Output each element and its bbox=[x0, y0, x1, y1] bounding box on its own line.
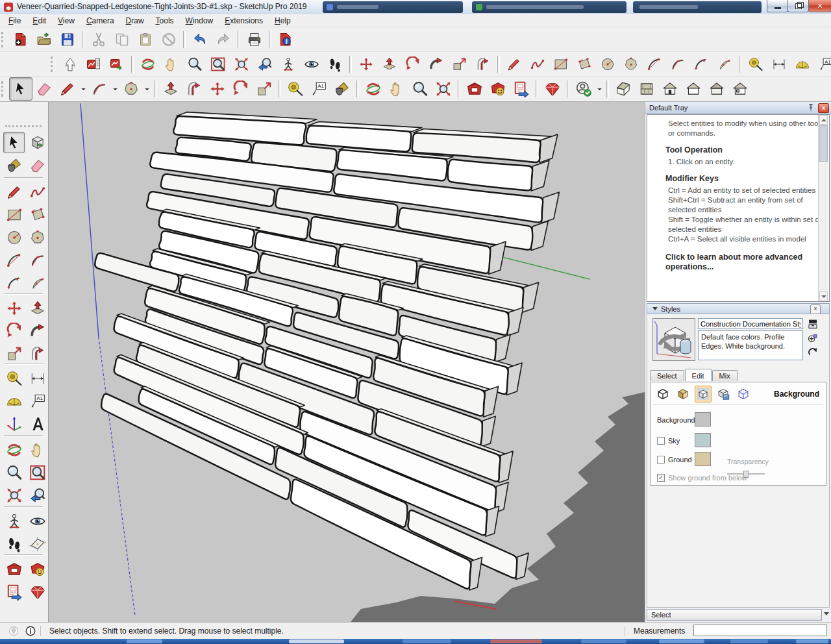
pushpull-button[interactable] bbox=[378, 53, 401, 75]
style-name-input[interactable] bbox=[698, 318, 803, 329]
warehouse-button[interactable] bbox=[3, 558, 25, 580]
minimize-button[interactable] bbox=[767, 0, 788, 12]
move-button[interactable] bbox=[206, 77, 229, 101]
scale-button[interactable] bbox=[3, 343, 25, 364]
component-button[interactable] bbox=[27, 132, 48, 153]
offset-button[interactable] bbox=[182, 77, 206, 101]
walk-button[interactable] bbox=[323, 53, 347, 75]
arc-button[interactable] bbox=[27, 249, 48, 271]
chevron-down-icon[interactable] bbox=[143, 79, 151, 99]
palette-drag-handle[interactable] bbox=[5, 125, 42, 130]
zoom-window-button[interactable] bbox=[27, 462, 48, 483]
menu-extensions[interactable]: Extensions bbox=[219, 15, 269, 27]
toolbar-drag-handle[interactable] bbox=[1, 81, 6, 97]
tab-edit[interactable]: Edit bbox=[685, 369, 712, 381]
zoom-prev-button[interactable] bbox=[253, 53, 277, 75]
signin-button[interactable] bbox=[572, 77, 595, 101]
arc-button[interactable] bbox=[88, 77, 111, 101]
scale-button[interactable] bbox=[253, 77, 276, 101]
text-button[interactable]: A1 bbox=[307, 77, 330, 101]
rrect-button[interactable] bbox=[573, 53, 596, 75]
paste-button[interactable] bbox=[134, 29, 157, 51]
instructor-scrollbar[interactable] bbox=[818, 115, 828, 301]
secondary-pane-toggle-icon[interactable] bbox=[807, 318, 819, 330]
menu-view[interactable]: View bbox=[52, 15, 81, 27]
orbit-button[interactable] bbox=[3, 439, 25, 460]
section-button[interactable] bbox=[27, 533, 48, 554]
layout-button[interactable] bbox=[510, 77, 533, 101]
tape-button[interactable] bbox=[744, 53, 767, 75]
toolbar-drag-handle[interactable] bbox=[51, 56, 56, 72]
pushpull-button[interactable] bbox=[27, 297, 48, 319]
arc2-button[interactable] bbox=[3, 249, 25, 271]
pos-camera-button[interactable] bbox=[277, 53, 300, 75]
paint-button[interactable] bbox=[3, 155, 25, 176]
new-button[interactable] bbox=[9, 29, 32, 51]
offset-button[interactable] bbox=[27, 343, 48, 364]
rect-button[interactable] bbox=[549, 53, 573, 75]
freehand-button[interactable] bbox=[27, 181, 48, 203]
zoom-prev-button[interactable] bbox=[27, 484, 48, 506]
dimension-button[interactable] bbox=[27, 367, 48, 389]
tray-close-icon[interactable]: x bbox=[818, 103, 829, 113]
followme-button[interactable] bbox=[425, 53, 448, 75]
menu-tools[interactable]: Tools bbox=[150, 15, 180, 27]
background-color-swatch[interactable] bbox=[695, 412, 711, 427]
select-button[interactable] bbox=[9, 77, 32, 101]
scroll-up-icon[interactable] bbox=[819, 115, 828, 125]
zoom-window-button[interactable] bbox=[206, 53, 230, 75]
move-button[interactable] bbox=[354, 53, 378, 75]
pan-button[interactable] bbox=[385, 77, 408, 101]
create-style-icon[interactable] bbox=[807, 332, 819, 344]
look-button[interactable] bbox=[300, 53, 323, 75]
arc3-button[interactable] bbox=[689, 53, 713, 75]
rect-button[interactable] bbox=[3, 204, 25, 225]
pan-button[interactable] bbox=[160, 53, 183, 75]
menu-draw[interactable]: Draw bbox=[120, 15, 150, 27]
tape-button[interactable] bbox=[3, 367, 25, 389]
style-thumbnail[interactable] bbox=[652, 318, 695, 361]
zoom-ext-button[interactable] bbox=[3, 484, 25, 506]
zoom-button[interactable] bbox=[183, 53, 206, 75]
menu-help[interactable]: Help bbox=[269, 15, 297, 27]
text-button[interactable]: A1 bbox=[814, 53, 831, 75]
menu-window[interactable]: Window bbox=[180, 15, 219, 27]
select-button[interactable] bbox=[3, 132, 25, 153]
rotate-button[interactable] bbox=[229, 77, 253, 101]
zoom-button[interactable] bbox=[3, 462, 25, 483]
zoom-ext-button[interactable] bbox=[432, 77, 455, 101]
update-style-icon[interactable] bbox=[807, 347, 819, 358]
rotate-button[interactable] bbox=[3, 320, 25, 341]
followme-button[interactable] bbox=[27, 320, 48, 341]
eraser2-button[interactable] bbox=[32, 77, 56, 101]
protractor-button[interactable] bbox=[3, 390, 25, 412]
freehand-button[interactable] bbox=[526, 53, 549, 75]
geolocation-icon[interactable] bbox=[8, 625, 19, 637]
zoom-button[interactable] bbox=[408, 77, 432, 101]
ground-checkbox[interactable] bbox=[657, 456, 665, 464]
toolbar-drag-handle[interactable] bbox=[1, 32, 6, 47]
pie-button[interactable] bbox=[713, 53, 736, 75]
zoom-ext-button[interactable] bbox=[230, 53, 253, 75]
circle-button[interactable] bbox=[3, 227, 25, 248]
windows-taskbar[interactable] bbox=[0, 639, 831, 644]
pos-camera-button[interactable] bbox=[3, 510, 25, 532]
cut-button[interactable] bbox=[87, 29, 110, 51]
polygon-button[interactable] bbox=[619, 53, 643, 75]
erase-std-button[interactable] bbox=[157, 29, 180, 51]
background-settings-icon[interactable] bbox=[695, 386, 712, 402]
tape-button[interactable] bbox=[284, 77, 307, 101]
show-ground-checkbox[interactable]: ✓ bbox=[657, 474, 665, 482]
pushpull-button[interactable] bbox=[159, 77, 182, 101]
watermark-settings-icon[interactable] bbox=[715, 386, 732, 402]
undo-button[interactable] bbox=[188, 29, 212, 51]
house-top-button[interactable] bbox=[635, 77, 658, 101]
line-button[interactable] bbox=[3, 181, 25, 203]
scrollbar-thumb[interactable] bbox=[819, 125, 828, 162]
tray-bottom-select[interactable]: Select bbox=[647, 609, 822, 621]
line-button[interactable] bbox=[56, 77, 79, 101]
pin-icon[interactable] bbox=[806, 103, 815, 112]
line-button[interactable] bbox=[502, 53, 526, 75]
share-model-button[interactable] bbox=[27, 558, 48, 580]
house-front-button[interactable] bbox=[658, 77, 682, 101]
